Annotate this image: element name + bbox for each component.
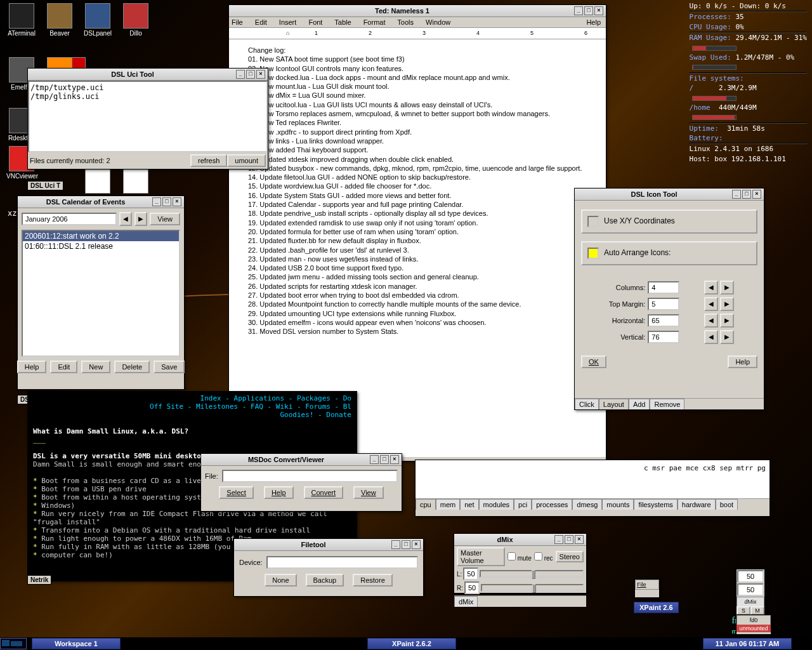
master-volume-label[interactable]: Master Volume [457,547,505,566]
l-slider[interactable] [480,570,584,578]
dec-button[interactable]: ◀ [704,281,718,295]
sysinfo-window[interactable]: c msr pae mce cx8 sep mtrr pg cpumemnetm… [415,460,770,517]
dec-button[interactable]: ◀ [704,297,718,311]
stereo-button[interactable]: Stereo [556,551,584,562]
maximize-button[interactable]: □ [402,540,410,549]
restore-button[interactable]: Restore [353,574,393,587]
uci-taskbar-button[interactable]: DSL Uci T [27,181,63,190]
tab-dmesg[interactable]: dmesg [572,499,602,510]
maximize-button[interactable]: □ [742,190,751,199]
close-button[interactable]: × [752,190,761,199]
tab-filesystems[interactable]: filesystems [634,499,677,510]
r-slider[interactable] [481,584,584,592]
close-button[interactable]: × [412,540,421,549]
netrik-taskbar-label[interactable]: Netrik [27,575,51,585]
mute-checkbox[interactable]: mute [508,552,532,562]
uci-list[interactable]: /tmp/tuxtype.uci /tmp/glinks.uci [28,81,268,152]
menu-file[interactable]: File [232,18,243,26]
xy-coords-toggle[interactable]: Use X/Y Coordinates [581,209,757,234]
save-button[interactable]: Save [154,361,185,373]
xpaint-file-menu[interactable]: File [634,579,660,598]
close-button[interactable]: × [575,535,584,544]
month-input[interactable] [22,213,117,225]
menu-format[interactable]: Format [363,18,386,26]
close-button[interactable]: × [173,197,181,206]
rec-checkbox[interactable]: rec [534,552,553,562]
help-button[interactable]: Help [728,355,757,368]
inc-button[interactable]: ▶ [720,281,734,295]
new-button[interactable]: New [81,361,110,373]
tab-add[interactable]: Add [629,399,650,409]
desktop-icon-dillo[interactable]: Dillo [121,3,151,37]
calendar-window[interactable]: DSL Calendar of Events _ □ × ◀ ▶ View 20… [17,196,185,390]
minimize-button[interactable]: _ [391,540,400,549]
maximize-button[interactable]: □ [584,6,593,15]
tab-processes[interactable]: processes [532,499,572,510]
none-button[interactable]: None [265,574,296,587]
list-item[interactable]: 01:60::11:DSL 2.1 release [23,241,179,251]
ted-ruler[interactable]: ⌂ 123 456 [229,28,606,39]
mount-panel[interactable]: fd0 unmounted [736,614,771,635]
pager[interactable] [0,638,27,649]
backup-button[interactable]: Backup [306,574,344,587]
next-month-button[interactable]: ▶ [134,212,147,226]
view-button[interactable]: View [353,486,384,499]
delete-button[interactable]: Delete [114,361,150,373]
dmix-small-panel[interactable]: 50 50 dMix SM [736,569,765,613]
close-button[interactable]: × [256,70,265,79]
inc-button[interactable]: ▶ [720,297,734,311]
auto-arrange-toggle[interactable]: Auto Arrange Icons: [581,241,757,265]
refresh-button[interactable]: refresh [190,154,227,167]
desktop-icon-dslpanel[interactable]: DSLpanel [82,3,113,37]
select-button[interactable]: Select [219,486,254,499]
workspace-button[interactable]: Workspace 1 [32,638,121,649]
minimize-button[interactable]: _ [732,190,741,199]
tab-dmix[interactable]: dMix [454,596,478,607]
menu-table[interactable]: Table [334,18,351,26]
convert-button[interactable]: Convert [304,486,344,499]
menu-tools[interactable]: Tools [397,18,414,26]
tab-boot[interactable]: boot [716,499,738,510]
uci-tool-window[interactable]: DSL Uci Tool _ □ × /tmp/tuxtype.uci /tmp… [27,68,268,169]
menu-help[interactable]: Help [586,18,601,26]
tab-mounts[interactable]: mounts [602,499,634,510]
file-input[interactable] [222,470,398,482]
maximize-button[interactable]: □ [246,70,255,79]
tab-mem[interactable]: mem [436,499,460,510]
minimize-button[interactable]: _ [574,6,583,15]
horizontal-input[interactable] [648,314,679,327]
close-button[interactable]: × [390,455,399,464]
help-button[interactable]: Help [17,361,47,373]
tab-net[interactable]: net [460,499,478,510]
minimize-button[interactable]: _ [152,197,161,206]
menu-insert[interactable]: Insert [279,18,297,26]
maximize-button[interactable]: □ [380,455,389,464]
edit-button[interactable]: Edit [50,361,77,373]
menu-edit[interactable]: Edit [255,18,267,26]
netrik-links[interactable]: Index - Applications - Packages - Do Off… [33,394,351,419]
mount-status[interactable]: unmounted [737,625,771,632]
list-item[interactable]: 200601:12:start work on 2.2 [23,231,179,241]
minimize-button[interactable]: _ [554,535,563,544]
topmargin-input[interactable] [648,298,679,310]
device-input[interactable] [266,556,418,569]
view-button[interactable]: View [150,213,180,225]
tab-remove[interactable]: Remove [650,399,684,409]
filetool-window[interactable]: Filetool _ □ × Device: None Backup Resto… [233,538,424,597]
prev-month-button[interactable]: ◀ [119,212,132,226]
vertical-input[interactable] [648,331,679,343]
tab-modules[interactable]: modules [479,499,514,510]
clock[interactable]: 11 Jan 06 01:17 AM [703,638,792,649]
xpaint-taskbar-button[interactable]: XPaint 2.6 [634,602,679,613]
calendar-list[interactable]: 200601:12:start work on 2.2 01:60::11:DS… [22,230,180,357]
dmix-window[interactable]: dMix _ □ × Master Volume mute rec Stereo… [454,533,587,594]
inc-button[interactable]: ▶ [720,314,734,328]
minimize-button[interactable]: _ [236,70,245,79]
msdoc-window[interactable]: MSDoc Convert/Viewer _ □ × File: Select … [200,453,402,512]
icon-tool-window[interactable]: DSL Icon Tool _ □ × Use X/Y Coordinates … [574,188,764,410]
tab-hardware[interactable]: hardware [678,499,716,510]
umount-button[interactable]: umount [227,154,266,167]
desktop-icon-aterminal[interactable]: ATerminal [6,3,37,37]
ted-menubar[interactable]: File Edit Insert Font Table Format Tools… [229,17,606,28]
dec-button[interactable]: ◀ [704,330,718,344]
